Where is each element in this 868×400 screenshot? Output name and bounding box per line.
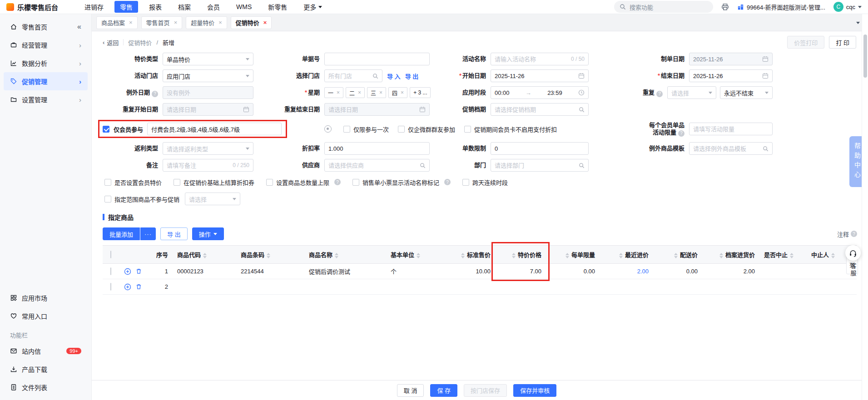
department-field[interactable] [495,162,576,169]
promo-schedule-field[interactable] [495,106,576,113]
sidebar-item-promotion-mgmt[interactable]: 促销管理› [4,72,88,90]
total-qty-limit-checkbox-item[interactable]: 设置商品总数量上限? [266,178,341,187]
cell-special-price[interactable]: 7.00 [495,264,546,279]
sort-icon[interactable] [461,253,465,258]
circle-dot-icon[interactable] [324,125,332,133]
checkbox[interactable] [104,179,111,186]
member-only-checkbox[interactable] [103,126,109,133]
exclude-range-select[interactable]: 请选择 [185,193,240,205]
cell-special-price[interactable] [495,279,546,295]
cell-recent-cost-link[interactable]: 2.00 [600,264,653,279]
scrollbar-thumb[interactable] [863,35,867,78]
sidebar-item-inbox[interactable]: 站内信 99+ [4,342,88,360]
save-button[interactable]: 保 存 [430,384,457,397]
help-icon[interactable]: ? [656,91,663,97]
activity-name-field[interactable] [495,56,568,63]
save-by-store-button[interactable]: 按门店保存 [464,384,507,397]
col-special-price[interactable]: 特价价格 [495,246,546,264]
close-icon[interactable]: × [218,19,222,26]
checkbox[interactable] [398,126,405,133]
start-date-input[interactable] [491,69,589,82]
checkbox[interactable] [352,179,359,186]
row-checkbox[interactable] [110,267,111,275]
order-limit-field[interactable] [495,145,585,152]
exception-template-input[interactable] [689,142,773,155]
col-recent-cost[interactable]: 最近进价 [600,246,653,264]
help-icon[interactable]: ? [334,179,341,185]
discount-rate-input[interactable] [324,142,430,155]
sort-icon[interactable] [417,253,420,258]
sort-icon[interactable] [203,253,207,258]
help-icon[interactable]: ? [152,91,158,97]
sidebar-item-product-download[interactable]: 产品下载 [4,360,88,378]
weekday-chip[interactable]: 四× [388,87,407,98]
sort-icon[interactable] [619,253,623,258]
menu-item-more[interactable]: 更多 [298,1,327,13]
close-icon[interactable]: × [337,89,340,96]
discount-rate-field[interactable] [328,145,426,152]
menu-item-members[interactable]: 会员 [202,1,225,13]
remark-field[interactable] [167,162,230,169]
cell-barcode[interactable]: 2214544 [236,264,304,279]
sort-icon[interactable] [831,253,835,258]
sidebar-collapse-icon[interactable]: « [77,23,81,31]
close-icon[interactable]: × [129,19,133,26]
receipt-mark-checkbox-item[interactable]: 销售单小票显示活动名称标记? [352,178,451,187]
sort-icon[interactable] [674,253,678,258]
checkbox[interactable] [462,179,469,186]
menu-item-inventory[interactable]: 进销存 [79,1,109,13]
tab-retail-home[interactable]: 零售首页× [141,16,183,29]
menu-item-reports[interactable]: 报表 [144,1,167,13]
help-center-tab[interactable]: 帮助中心 [849,136,862,187]
repeat-end-field[interactable] [328,106,417,113]
store-select-input[interactable] [324,69,382,82]
store-import-link[interactable]: 导 入 [387,72,401,80]
user-menu[interactable]: C cqc [833,2,862,12]
department-input[interactable] [491,159,589,172]
select-all-checkbox[interactable] [110,251,111,258]
supplier-field[interactable] [328,162,417,169]
col-suspended[interactable]: 是否中止 [759,246,807,264]
sidebar-item-business-mgmt[interactable]: 经营管理› [4,36,88,54]
doc-no-field[interactable] [328,56,426,63]
weekday-more-chip[interactable]: + 3 ... [410,87,431,98]
delete-row-icon[interactable] [135,268,142,275]
repeat-start-field[interactable] [167,106,240,113]
sort-icon[interactable] [790,253,794,258]
checkbox[interactable] [343,126,350,133]
coupon-on-promo-checkbox-item[interactable]: 在促销价基础上结算折扣券 [174,178,254,187]
batch-add-button[interactable]: 批量添加 [103,227,140,240]
help-icon[interactable]: ? [851,231,857,237]
col-std-price[interactable]: 标准售价 [441,246,495,264]
sort-icon[interactable] [512,253,516,258]
doc-no-input[interactable] [324,53,430,65]
exception-date-field[interactable] [167,89,249,96]
repeat-end-date-input[interactable] [324,103,430,116]
create-date-input[interactable] [689,53,773,65]
close-icon[interactable]: × [401,89,404,96]
row-checkbox[interactable] [110,283,111,291]
time-end[interactable]: 23:59 [547,89,562,96]
no-pay-discount-checkbox-item[interactable]: 促销期间会员卡不启用支付折扣 [464,125,557,133]
tab-product-archive[interactable]: 商品档案× [96,16,138,29]
supplier-input[interactable] [324,159,430,172]
close-icon[interactable]: × [379,89,382,96]
time-start[interactable]: 00:00 [495,89,510,96]
col-code[interactable]: 商品代码 [173,246,236,264]
sidebar-item-data-analysis[interactable]: 数据分析› [4,54,88,72]
close-icon[interactable]: × [263,19,267,26]
menu-item-new-retail[interactable]: 新零售 [263,1,293,13]
member-limit-input[interactable] [689,123,773,135]
member-special-checkbox-item[interactable]: 是否设置会员特价 [104,178,162,187]
cancel-button[interactable]: 取 消 [397,384,424,397]
sidebar-item-retail-home[interactable]: 零售首页 « [4,18,88,36]
save-and-audit-button[interactable]: 保存并审核 [513,384,556,397]
cell-code[interactable] [173,279,236,295]
exclude-range-checkbox-item[interactable]: 指定范围商品不参与促销 [104,195,179,203]
weekday-chip[interactable]: 二× [346,87,365,98]
back-button[interactable]: ‹返回 [103,38,119,47]
store-export-link[interactable]: 导 出 [405,72,419,80]
col-seq[interactable]: 序号 [147,246,173,264]
help-icon[interactable]: ? [444,179,451,185]
sort-icon[interactable] [719,253,723,258]
